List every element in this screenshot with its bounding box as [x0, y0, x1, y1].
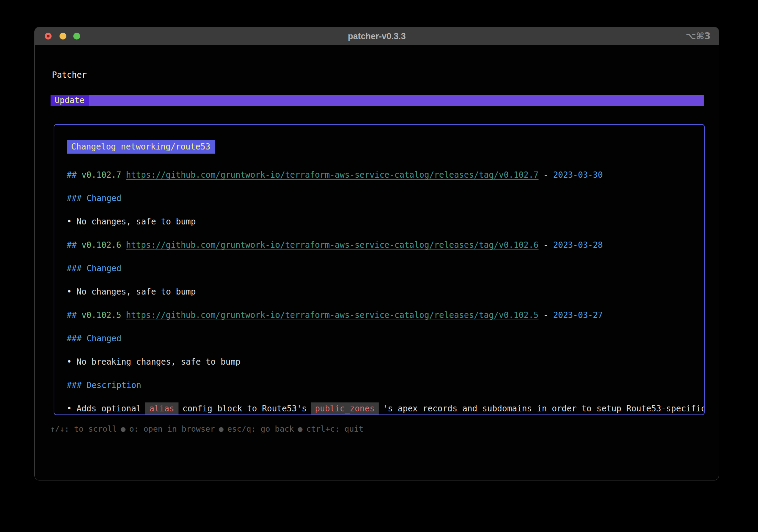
changelog-viewport[interactable]: Changelog networking/route53 ##v0.102.7h…: [54, 124, 705, 415]
section-heading-text: ### Changed: [67, 264, 121, 273]
h2-hashes: ##: [67, 310, 77, 320]
release-link[interactable]: https://github.com/gruntwork-io/terrafor…: [126, 240, 539, 250]
heading-separator: -: [543, 310, 548, 320]
heading-separator: -: [543, 240, 548, 250]
help-quit: ctrl+c: quit: [306, 424, 364, 433]
h2-hashes: ##: [67, 170, 77, 180]
changelog-bullet: •No breaking changes, safe to bump: [67, 356, 240, 368]
changelog-title-badge: Changelog networking/route53: [67, 140, 215, 154]
bullet-text: No changes, safe to bump: [76, 287, 196, 297]
description-text-3: 's apex records and subdomains in order …: [383, 404, 705, 413]
footer-separator-icon: ●: [298, 424, 303, 433]
release-version: v0.102.5: [82, 310, 121, 320]
help-footer: ↑/↓: to scroll●o: open in browser●esc/q:…: [50, 423, 364, 435]
release-link[interactable]: https://github.com/gruntwork-io/terrafor…: [126, 170, 539, 180]
release-date: 2023-03-30: [553, 170, 603, 180]
section-heading: ### Description: [67, 379, 141, 391]
release-version: v0.102.6: [82, 240, 121, 250]
help-scroll: ↑/↓: to scroll: [50, 424, 117, 433]
section-heading-text: ### Description: [67, 380, 141, 390]
inline-code-public-zones: public_zones: [311, 402, 379, 415]
release-heading: ##v0.102.5https://github.com/gruntwork-i…: [67, 309, 603, 321]
section-heading: ### Changed: [67, 332, 121, 345]
bullet-text: No changes, safe to bump: [76, 217, 196, 226]
release-heading: ##v0.102.6https://github.com/gruntwork-i…: [67, 239, 603, 251]
footer-separator-icon: ●: [121, 424, 126, 433]
h2-hashes: ##: [67, 240, 77, 250]
help-go-back: esc/q: go back: [227, 424, 294, 433]
description-text-2: config block to Route53's: [183, 404, 307, 413]
titlebar[interactable]: patcher-v0.3.3 ⌥⌘3: [35, 27, 719, 45]
section-heading-text: ### Changed: [67, 193, 121, 203]
bullet-icon: •: [67, 404, 72, 413]
bullet-icon: •: [67, 217, 72, 226]
footer-separator-icon: ●: [219, 424, 224, 433]
app-title: Patcher: [52, 70, 87, 80]
heading-separator: -: [543, 170, 548, 180]
changelog-bullet: •Adds optionalaliasconfig block to Route…: [67, 402, 705, 415]
release-version: v0.102.7: [82, 170, 121, 180]
help-open-browser: o: open in browser: [129, 424, 215, 433]
window-title: patcher-v0.3.3: [35, 27, 719, 45]
tab-bar: Update: [51, 95, 704, 106]
description-text-1: Adds optional: [76, 404, 141, 413]
release-date: 2023-03-28: [553, 240, 603, 250]
section-heading-text: ### Changed: [67, 334, 121, 343]
tab-update[interactable]: Update: [51, 95, 89, 106]
release-link[interactable]: https://github.com/gruntwork-io/terrafor…: [126, 310, 539, 320]
bullet-icon: •: [67, 287, 72, 297]
window-shortcut-hint: ⌥⌘3: [686, 27, 711, 45]
changelog-bullet: •No changes, safe to bump: [67, 215, 196, 228]
section-heading: ### Changed: [67, 262, 121, 275]
app-window: patcher-v0.3.3 ⌥⌘3 Patcher Update Change…: [34, 27, 719, 480]
inline-code-alias: alias: [145, 402, 178, 415]
changelog-bullet: •No changes, safe to bump: [67, 286, 196, 298]
bullet-text: No breaking changes, safe to bump: [76, 357, 240, 367]
bullet-icon: •: [67, 357, 72, 367]
section-heading: ### Changed: [67, 192, 121, 204]
release-date: 2023-03-27: [553, 310, 603, 320]
release-heading: ##v0.102.7https://github.com/gruntwork-i…: [67, 169, 603, 181]
